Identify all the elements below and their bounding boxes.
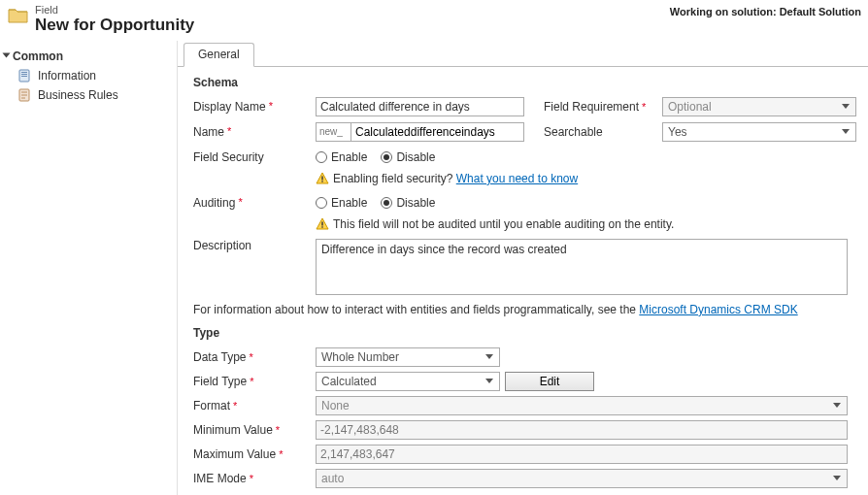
section-type: Type: [193, 326, 856, 340]
min-value-input[interactable]: [316, 420, 848, 440]
rules-icon: [17, 88, 33, 102]
field-type-select[interactable]: Calculated: [316, 372, 500, 391]
format-label: Format: [193, 399, 230, 412]
svg-rect-6: [321, 181, 322, 182]
radio-icon: [316, 197, 327, 209]
svg-rect-3: [21, 76, 27, 77]
edit-button[interactable]: Edit: [505, 372, 594, 391]
breadcrumb: Field: [35, 4, 194, 16]
sidebar-section-common[interactable]: Common: [4, 48, 177, 66]
solution-context: Working on solution: Default Solution: [670, 6, 861, 17]
format-select[interactable]: None: [316, 396, 848, 415]
display-name-label: Display Name: [193, 100, 266, 114]
ime-mode-label: IME Mode: [193, 472, 247, 485]
radio-icon: [381, 197, 392, 209]
page-header: Field New for Opportunity Working on sol…: [0, 0, 868, 41]
auditing-disable[interactable]: Disable: [381, 196, 435, 210]
field-security-hint-link[interactable]: What you need to know: [456, 172, 578, 185]
field-requirement-select[interactable]: Optional: [662, 97, 856, 116]
max-value-label: Maximum Value: [193, 447, 276, 461]
chevron-down-icon: [839, 100, 852, 114]
field-type-label: Field Type: [193, 375, 247, 388]
info-sheet-icon: [17, 69, 33, 82]
sdk-link[interactable]: Microsoft Dynamics CRM SDK: [639, 303, 797, 316]
name-input[interactable]: [351, 122, 524, 142]
searchable-select[interactable]: Yes: [662, 122, 856, 142]
chevron-down-icon: [483, 350, 496, 364]
field-requirement-label: Field Requirement: [544, 100, 639, 114]
data-type-select[interactable]: Whole Number: [316, 347, 500, 367]
sidebar-item-business-rules[interactable]: Business Rules: [4, 85, 177, 105]
svg-rect-2: [21, 74, 27, 75]
auditing-hint-text: This field will not be audited until you…: [333, 217, 674, 231]
radio-icon: [381, 151, 392, 163]
sidebar-item-label: Information: [38, 69, 96, 82]
min-value-label: Minimum Value: [193, 423, 273, 437]
radio-icon: [316, 151, 327, 163]
field-security-enable[interactable]: Enable: [316, 150, 367, 164]
section-schema: Schema: [193, 76, 856, 89]
name-prefix-input: [316, 122, 351, 142]
tab-bar: General: [178, 44, 868, 67]
sidebar-item-label: Business Rules: [38, 88, 118, 102]
chevron-down-icon: [483, 375, 496, 388]
chevron-down-icon: [830, 472, 844, 485]
description-input[interactable]: [316, 239, 848, 295]
svg-rect-7: [321, 221, 322, 225]
chevron-down-icon: [839, 125, 852, 139]
svg-rect-1: [21, 72, 27, 73]
svg-rect-5: [321, 176, 322, 180]
field-security-hint-text: Enabling field security?: [333, 172, 452, 185]
field-security-disable[interactable]: Disable: [381, 150, 435, 164]
form-content: Schema Display Name* Field Requirement* …: [178, 67, 868, 495]
display-name-input[interactable]: [316, 97, 524, 116]
data-type-label: Data Type: [193, 350, 246, 364]
auditing-enable[interactable]: Enable: [316, 196, 367, 210]
description-label: Description: [193, 239, 251, 252]
name-label: Name: [193, 125, 224, 139]
chevron-down-icon: [3, 52, 11, 57]
sidebar: Common Information Business Rules: [0, 41, 178, 495]
warning-icon: [316, 217, 329, 231]
field-security-label: Field Security: [193, 150, 264, 164]
svg-rect-8: [321, 226, 322, 227]
tab-general[interactable]: General: [184, 43, 254, 67]
folder-icon: [8, 6, 29, 25]
searchable-label: Searchable: [544, 125, 603, 139]
ime-mode-select[interactable]: auto: [316, 469, 848, 488]
auditing-label: Auditing: [193, 196, 235, 210]
warning-icon: [316, 172, 329, 185]
sidebar-item-information[interactable]: Information: [4, 66, 177, 85]
chevron-down-icon: [830, 399, 844, 412]
sidebar-section-label: Common: [13, 50, 63, 63]
max-value-input[interactable]: [316, 445, 848, 464]
page-title: New for Opportunity: [35, 16, 194, 35]
sdk-info: For information about how to interact wi…: [193, 303, 856, 316]
